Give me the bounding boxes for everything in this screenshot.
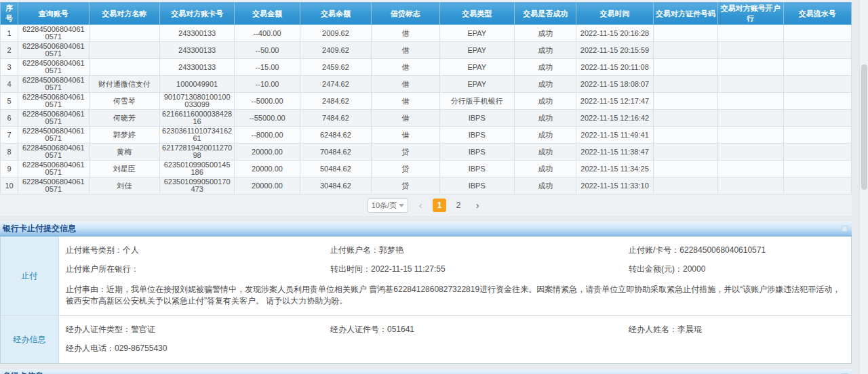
field-transfer-time: 转出时间：2022-11-15 11:27:55 [330, 264, 629, 274]
page-size-select[interactable]: 10条/页 [368, 199, 408, 213]
cell-counterparty-card: 6235010990500170473 [159, 178, 234, 194]
cell-amount: --8000.00 [235, 127, 300, 144]
cell-debit-credit-flag: 借 [372, 42, 439, 59]
prev-page-button[interactable]: ‹ [414, 199, 427, 212]
cell-balance: 2474.62 [300, 76, 371, 93]
stop-payment-group-label: 止付 [1, 236, 59, 315]
column-header-time: 交易时间 [576, 3, 653, 25]
cell-cert-no [653, 110, 717, 127]
cell-time: 2022-11-15 12:17:47 [576, 93, 653, 110]
stop-payment-section-header: 银行卡止付提交信息 [0, 222, 852, 236]
cell-balance: 30484.62 [300, 178, 371, 194]
transaction-row[interactable]: 3 6228450068040610571 243300133 --15.00 … [1, 59, 852, 76]
cell-query-account: 6228450068040610571 [18, 110, 89, 127]
column-header-success: 交易是否成功 [514, 3, 576, 25]
transaction-row[interactable]: 9 6228450068040610571 刘星臣 62350109905001… [1, 161, 852, 178]
cell-balance: 2409.62 [300, 42, 371, 59]
transaction-row[interactable]: 8 6228450068040610571 黄梅 621728194200112… [1, 144, 852, 161]
page-button-2[interactable]: 2 [452, 199, 465, 212]
cell-seq: 8 [1, 144, 18, 161]
column-header-balance: 交易余额 [300, 3, 371, 25]
field-bank: 止付账户所在银行： [66, 264, 330, 274]
cell-success: 成功 [514, 127, 576, 144]
cell-serial-no [783, 127, 852, 144]
transaction-row[interactable]: 6 6228450068040610571 何晓芳 62166116000038… [1, 110, 852, 127]
cell-success: 成功 [514, 42, 576, 59]
cell-cert-no [653, 127, 717, 144]
collapse-icon[interactable] [842, 226, 848, 232]
cell-time: 2022-11-15 11:33:10 [576, 178, 653, 194]
stop-payment-group: 止付 止付账号类别：个人 止付账户名：郭梦艳 止付账/卡号：6228450068… [1, 236, 851, 315]
cell-counterparty-name: 财付通微信支付 [89, 76, 159, 93]
cell-debit-credit-flag: 贷 [372, 178, 439, 194]
stop-payment-field-row: 止付账号类别：个人 止付账户名：郭梦艳 止付账/卡号：6228450068040… [66, 241, 843, 259]
cell-counterparty-card: 9010713080100100033099 [159, 93, 234, 110]
stop-payment-fields: 止付账号类别：个人 止付账户名：郭梦艳 止付账/卡号：6228450068040… [59, 236, 851, 315]
column-header-counterparty-card: 交易对方账卡号 [159, 3, 234, 25]
cell-time: 2022-11-15 18:08:07 [576, 76, 653, 93]
column-header-debit-credit-flag: 借贷标志 [372, 3, 439, 25]
cell-query-account: 6228450068040610571 [18, 42, 89, 59]
cell-balance: 62484.62 [300, 127, 371, 144]
cell-type: EPAY [439, 59, 514, 76]
cell-type: IBPS [439, 178, 514, 194]
cell-amount: --400.00 [235, 25, 300, 42]
cell-counterparty-name [89, 59, 159, 76]
cell-query-account: 6228450068040610571 [18, 178, 89, 194]
column-header-seq: 序号 [1, 3, 18, 25]
next-page-button[interactable]: › [471, 199, 484, 212]
cell-serial-no [783, 42, 852, 59]
column-header-amount: 交易金额 [235, 3, 300, 25]
cell-cert-no [653, 76, 717, 93]
field-card-no: 止付账/卡号：6228450068040610571 [629, 245, 843, 255]
handler-info-group-label: 经办信息 [1, 316, 59, 363]
handler-field-row: 经办人证件类型：警官证 经办人证件号：051641 经办人姓名：李晨琨 [66, 320, 843, 339]
cell-time: 2022-11-15 20:11:08 [576, 59, 653, 76]
stop-payment-field-row: 止付账户所在银行： 转出时间：2022-11-15 11:27:55 转出金额(… [66, 259, 843, 278]
stop-payment-section: 银行卡止付提交信息 止付 止付账号类别：个人 止付账户名：郭梦艳 止付账/卡号：… [0, 222, 852, 364]
cell-counterparty-name: 黄梅 [89, 144, 159, 161]
transactions-table: 序号 查询账号 交易对方名称 交易对方账卡号 交易金额 交易余额 借贷标志 交易… [0, 2, 852, 194]
cell-query-account: 6228450068040610571 [18, 25, 89, 42]
cell-cert-no [653, 178, 717, 194]
transactions-body: 1 6228450068040610571 243300133 --400.00… [1, 25, 852, 194]
cell-amount: --10.00 [235, 76, 300, 93]
scrollbar[interactable] [859, 0, 868, 374]
cell-serial-no [783, 144, 852, 161]
transaction-row[interactable]: 1 6228450068040610571 243300133 --400.00… [1, 25, 852, 42]
cell-opening-bank [718, 42, 783, 59]
cell-opening-bank [718, 25, 783, 42]
cell-debit-credit-flag: 贷 [372, 161, 439, 178]
page-button-1[interactable]: 1 [433, 199, 446, 212]
transaction-row[interactable]: 7 6228450068040610571 郭梦婷 62303611010734… [1, 127, 852, 144]
transactions-area: 序号 查询账号 交易对方名称 交易对方账卡号 交易金额 交易余额 借贷标志 交易… [0, 0, 852, 216]
cell-counterparty-card: 243300133 [159, 25, 234, 42]
scrollbar-thumb[interactable] [861, 64, 867, 190]
cell-cert-no [653, 144, 717, 161]
cell-amount: --50.00 [235, 42, 300, 59]
column-header-opening-bank: 交易对方账号开户行 [718, 3, 783, 25]
transaction-row[interactable]: 4 6228450068040610571 财付通微信支付 1000049901… [1, 76, 852, 93]
cell-success: 成功 [514, 93, 576, 110]
handler-field-row: 经办人电话：029-86755430 [66, 339, 843, 358]
transaction-row[interactable]: 10 6228450068040610571 刘佳 62350109905001… [1, 178, 852, 194]
field-handler-cert-type: 经办人证件类型：警官证 [66, 324, 330, 335]
cell-query-account: 6228450068040610571 [18, 161, 89, 178]
cell-time: 2022-11-15 11:49:41 [576, 127, 653, 144]
transaction-row[interactable]: 5 6228450068040610571 何雪琴 90107130801001… [1, 93, 852, 110]
cell-type: IBPS [439, 127, 514, 144]
cell-type: EPAY [439, 25, 514, 42]
multicard-section-header: 多级卡信息 [0, 369, 852, 374]
field-stop-reason: 止付事由：近期，我单位在接报刘妮被骗警情中，发现涉案人员利用贵单位相关账户 曹鸿… [66, 278, 843, 310]
transaction-row[interactable]: 2 6228450068040610571 243300133 --50.00 … [1, 42, 852, 59]
cell-debit-credit-flag: 借 [372, 93, 439, 110]
cell-counterparty-card: 6217281942001127098 [159, 144, 234, 161]
cell-success: 成功 [514, 144, 576, 161]
cell-success: 成功 [514, 178, 576, 194]
column-header-query-account: 查询账号 [18, 3, 89, 25]
cell-counterparty-card: 6230361101073416261 [159, 127, 234, 144]
cell-serial-no [783, 110, 852, 127]
transactions-header-row: 序号 查询账号 交易对方名称 交易对方账卡号 交易金额 交易余额 借贷标志 交易… [1, 3, 852, 25]
cell-cert-no [653, 42, 717, 59]
cell-opening-bank [718, 127, 783, 144]
